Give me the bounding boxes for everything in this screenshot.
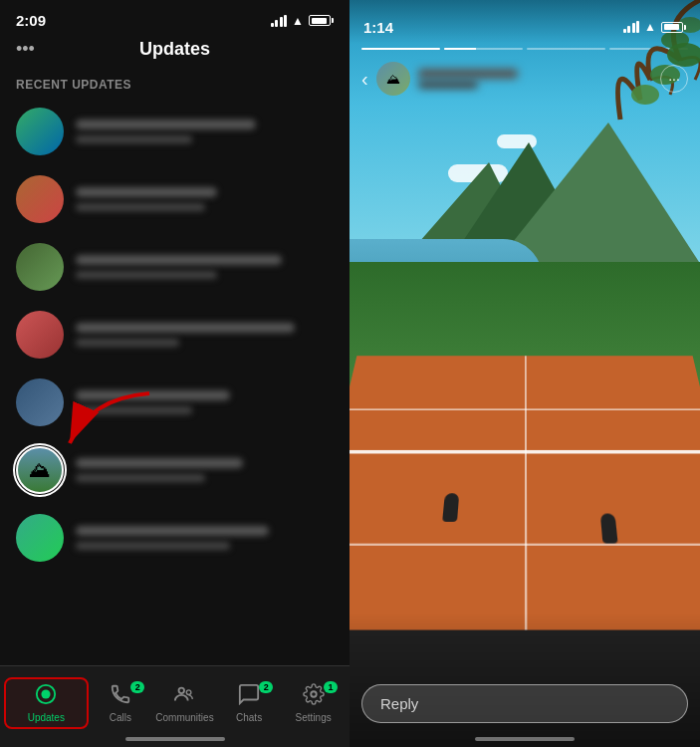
home-indicator-right [475, 737, 575, 741]
item-name [76, 323, 295, 333]
item-time [76, 542, 230, 550]
menu-icon[interactable]: ••• [16, 39, 35, 60]
section-label: RECENT UPDATES [0, 70, 350, 98]
updates-list: ⛰ [0, 98, 350, 665]
item-name [76, 255, 282, 265]
avatar-wrap [16, 175, 64, 223]
item-name [76, 458, 243, 468]
tennis-court [350, 356, 700, 629]
avatar [16, 514, 64, 562]
updates-nav-icon [35, 683, 57, 709]
progress-bar-2 [444, 48, 523, 50]
item-info [76, 187, 334, 211]
chats-badge: 2 [259, 681, 273, 693]
story-timestamp [418, 81, 478, 89]
avatar [16, 378, 64, 426]
story-blur-bottom [350, 613, 700, 747]
wifi-icon-right: ▲ [644, 20, 656, 34]
list-item[interactable] [0, 301, 350, 369]
back-button[interactable]: ‹ [361, 68, 368, 91]
left-panel: 2:09 ▲ ••• Updates RECENT UPDATES [0, 0, 350, 747]
item-time [76, 406, 192, 414]
item-info [76, 323, 334, 347]
story-name-wrap [418, 69, 660, 89]
more-options-button[interactable]: ··· [660, 65, 688, 93]
calls-nav-icon [110, 683, 131, 709]
header: ••• Updates [0, 35, 350, 70]
signal-icon-right [623, 21, 640, 33]
story-background [350, 0, 700, 747]
battery-icon-right [661, 22, 686, 33]
item-time [76, 135, 192, 143]
status-icons-right: ▲ [623, 20, 686, 34]
svg-point-5 [311, 691, 317, 697]
status-bar-left: 2:09 ▲ [0, 0, 350, 35]
list-item[interactable] [0, 233, 350, 301]
calls-badge: 2 [130, 681, 144, 693]
avatar [16, 108, 64, 155]
avatar [16, 243, 64, 291]
list-item[interactable] [0, 504, 350, 572]
avatar [16, 311, 64, 359]
settings-badge: 1 [324, 681, 338, 693]
status-time-left: 2:09 [16, 12, 46, 29]
avatar-wrap [16, 378, 64, 426]
item-name [76, 526, 269, 536]
svg-point-3 [179, 687, 185, 693]
story-avatar: ⛰ [376, 62, 410, 96]
svg-point-4 [187, 689, 192, 694]
avatar-wrap [16, 243, 64, 291]
avatar [16, 175, 64, 223]
nav-label-settings: Settings [296, 712, 332, 723]
avatar-wrap [16, 514, 64, 562]
nav-label-chats: Chats [236, 712, 262, 723]
avatar-mountain: ⛰ [16, 446, 64, 494]
list-item[interactable] [0, 98, 350, 165]
item-info [76, 458, 334, 482]
nav-item-settings[interactable]: 1 Settings [281, 683, 346, 723]
status-icons-left: ▲ [271, 14, 334, 28]
item-name [76, 187, 217, 197]
item-time [76, 271, 217, 279]
communities-nav-icon [173, 683, 195, 709]
progress-bar-1 [361, 48, 440, 50]
bottom-nav: Updates 2 Calls Communities [0, 665, 350, 747]
nav-item-updates[interactable]: Updates [4, 677, 89, 729]
story-top-bar: ‹ ⛰ ··· [350, 56, 700, 102]
home-indicator [125, 737, 225, 741]
nav-label-updates: Updates [28, 712, 65, 723]
avatar-wrap-highlighted: ⛰ [16, 446, 64, 494]
story-contact-name [418, 69, 518, 79]
player-2 [442, 493, 459, 522]
status-time-right: 1:14 [363, 19, 393, 36]
item-info [76, 526, 334, 550]
item-name [76, 390, 230, 400]
wifi-icon: ▲ [292, 14, 304, 28]
player-1 [600, 513, 618, 543]
more-icon: ··· [668, 71, 680, 87]
item-time [76, 203, 205, 211]
item-name [76, 120, 256, 129]
item-info [76, 390, 334, 414]
nav-item-communities[interactable]: Communities [152, 683, 217, 723]
right-panel: 1:14 ▲ ‹ [350, 0, 700, 747]
page-title: Updates [139, 39, 210, 60]
status-bar-right: 1:14 ▲ [350, 0, 700, 44]
nav-label-communities: Communities [155, 712, 213, 723]
nav-item-calls[interactable]: 2 Calls [89, 683, 153, 723]
battery-icon [309, 15, 334, 26]
avatar-wrap [16, 108, 64, 155]
list-item[interactable] [0, 165, 350, 233]
nav-label-calls: Calls [110, 712, 131, 723]
chats-nav-icon [238, 683, 260, 709]
list-item-highlighted[interactable]: ⛰ [0, 436, 350, 504]
reply-placeholder: Reply [380, 695, 669, 712]
court-line [525, 356, 527, 629]
svg-point-2 [42, 689, 51, 698]
list-item[interactable] [0, 369, 350, 436]
reply-bar[interactable]: Reply [361, 684, 688, 723]
settings-nav-icon [303, 683, 325, 709]
item-info [76, 255, 334, 279]
item-time [76, 474, 205, 482]
nav-item-chats[interactable]: 2 Chats [217, 683, 282, 723]
